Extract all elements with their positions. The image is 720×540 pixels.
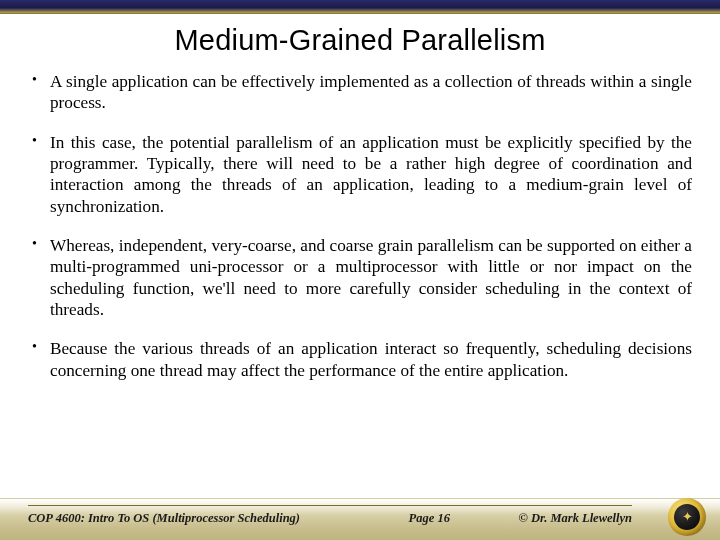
top-accent-bar [0,0,720,14]
page-number: Page 16 [300,511,518,526]
footer-divider [28,505,632,506]
slide-title: Medium-Grained Parallelism [28,24,692,57]
list-item: Because the various threads of an applic… [28,338,692,381]
ucf-logo-icon: ✦ [668,498,706,536]
list-item: Whereas, independent, very-coarse, and c… [28,235,692,320]
list-item: A single application can be effectively … [28,71,692,114]
bullet-list: A single application can be effectively … [28,71,692,381]
footer-background: COP 4600: Intro To OS (Multiprocessor Sc… [0,498,720,540]
slide-body: Medium-Grained Parallelism A single appl… [0,14,720,381]
course-label: COP 4600: Intro To OS (Multiprocessor Sc… [28,511,300,526]
footer-text-row: COP 4600: Intro To OS (Multiprocessor Sc… [28,511,632,526]
author-credit: © Dr. Mark Llewellyn [518,511,632,526]
footer: COP 4600: Intro To OS (Multiprocessor Sc… [0,498,720,540]
list-item: In this case, the potential parallelism … [28,132,692,217]
